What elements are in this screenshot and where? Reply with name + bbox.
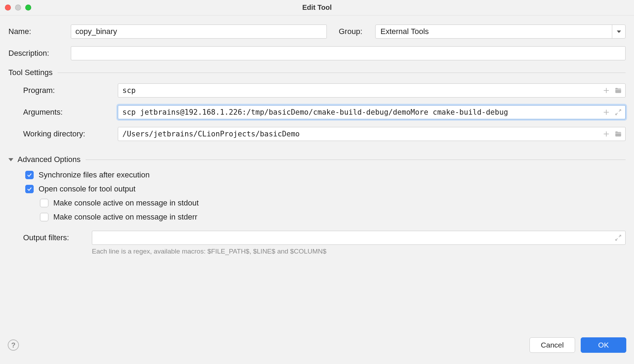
stderr-active-checkbox[interactable] [40, 213, 48, 221]
synchronize-files-checkbox[interactable] [25, 171, 34, 179]
stderr-active-label: Make console active on message in stderr [53, 213, 197, 222]
group-dropdown[interactable]: External Tools [375, 25, 626, 39]
arguments-label: Arguments: [23, 108, 118, 117]
advanced-options-body: Synchronize files after execution Open c… [25, 170, 626, 255]
output-filters-input[interactable] [92, 231, 626, 245]
window-title: Edit Tool [0, 4, 634, 12]
advanced-options-title: Advanced Options [18, 155, 81, 164]
group-dropdown-value: External Tools [380, 27, 612, 36]
group-dropdown-button[interactable] [612, 25, 625, 38]
cancel-button[interactable]: Cancel [530, 337, 575, 353]
working-directory-input-field[interactable] [122, 129, 597, 139]
expand-field-icon[interactable] [614, 234, 622, 242]
output-filters-label: Output filters: [23, 233, 92, 242]
stdout-active-label: Make console active on message in stdout [53, 198, 199, 208]
insert-macro-icon[interactable] [602, 87, 610, 94]
description-label: Description: [8, 49, 71, 58]
insert-macro-icon[interactable] [602, 130, 610, 138]
advanced-options-header[interactable]: Advanced Options [8, 155, 626, 164]
working-directory-label: Working directory: [23, 129, 118, 139]
open-console-label: Open console for tool output [39, 184, 135, 194]
disclosure-triangle-icon [8, 158, 13, 161]
dialog-footer: ? Cancel OK [0, 333, 634, 364]
browse-folder-icon[interactable] [614, 87, 622, 94]
help-button[interactable]: ? [8, 339, 19, 351]
program-input-field[interactable] [122, 85, 597, 96]
arguments-input-field[interactable] [122, 107, 597, 117]
output-filters-input-field[interactable] [96, 232, 610, 243]
dialog-content: Name: Group: External Tools Description:… [0, 15, 634, 333]
edit-tool-dialog: Edit Tool Name: Group: External Tools De… [0, 0, 634, 364]
ok-button[interactable]: OK [581, 337, 626, 353]
program-label: Program: [23, 86, 118, 95]
group-label: Group: [339, 27, 375, 36]
tool-settings-title: Tool Settings [8, 68, 53, 77]
divider [86, 160, 626, 160]
name-input-field[interactable] [75, 26, 322, 37]
name-label: Name: [8, 27, 71, 36]
titlebar: Edit Tool [0, 0, 634, 15]
description-input[interactable] [71, 46, 626, 60]
insert-macro-icon[interactable] [602, 108, 610, 116]
stdout-active-checkbox[interactable] [40, 199, 48, 207]
name-input[interactable] [71, 25, 327, 39]
working-directory-input[interactable] [118, 127, 626, 141]
description-input-field[interactable] [75, 48, 621, 59]
divider [58, 73, 626, 73]
synchronize-files-label: Synchronize files after execution [39, 170, 150, 180]
output-filters-hint: Each line is a regex, available macros: … [92, 248, 626, 255]
tool-settings-header: Tool Settings [8, 68, 626, 77]
chevron-down-icon [617, 31, 621, 33]
expand-field-icon[interactable] [614, 108, 622, 116]
browse-folder-icon[interactable] [614, 130, 622, 138]
tool-settings-grid: Program: Arguments: [23, 83, 626, 141]
arguments-input[interactable] [118, 105, 626, 119]
open-console-checkbox[interactable] [25, 185, 34, 193]
program-input[interactable] [118, 83, 626, 97]
